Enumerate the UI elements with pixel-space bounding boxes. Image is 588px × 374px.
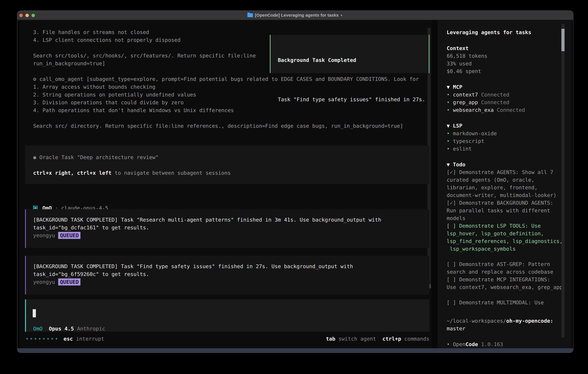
sidebar-session-title: Leveraging agents for tasks — [447, 29, 531, 36]
oracle-task-text: ◉ Oracle Task "Deep architecture review"… — [33, 154, 231, 177]
status-hint-interrupt: esc interrupt — [63, 336, 104, 342]
spinner-dot — [56, 338, 57, 339]
session-state-icon: ◐ — [341, 13, 343, 18]
window-title: [OpenCode] Leveraging agents for tasks ◐ — [247, 13, 343, 18]
zoom-button[interactable] — [32, 14, 35, 17]
sidebar-scrollbar[interactable] — [561, 24, 565, 338]
window-title-text: [OpenCode] Leveraging agents for tasks — [255, 13, 338, 18]
titlebar[interactable]: [OpenCode] Leveraging agents for tasks ◐ — [17, 11, 573, 20]
background-task-message-2[interactable]: [BACKGROUND TASK COMPLETED] Task "Find t… — [25, 256, 430, 294]
background-task-message-2-text: [BACKGROUND TASK COMPLETED] Task "Find t… — [33, 262, 353, 286]
notification-title: Background Task Completed — [278, 56, 425, 64]
app-version: • OpenCode 1.0.163 — [447, 341, 503, 348]
background-task-message-1-text: [BACKGROUND TASK COMPLETED] Task "Resear… — [33, 216, 381, 239]
prompt-input[interactable]: OmO Opus 4.5 Anthropic — [25, 299, 430, 332]
mcp-section[interactable]: ▼ MCP• context7 Connected• grep_app Conn… — [447, 83, 525, 114]
close-button[interactable] — [19, 14, 23, 17]
spinner-dot — [47, 338, 49, 339]
input-model-info: OmO Opus 4.5 Anthropic — [33, 325, 105, 333]
notification-body: Task "Find type safety issues" finished … — [278, 96, 425, 104]
text-cursor — [33, 309, 36, 317]
oracle-task-panel[interactable]: ◉ Oracle Task "Deep architecture review"… — [25, 146, 430, 184]
session-sidebar: Leveraging agents for tasks Context66,51… — [438, 20, 572, 348]
spinner-dot — [43, 338, 44, 339]
background-task-message-1[interactable]: [BACKGROUND TASK COMPLETED] Task "Resear… — [25, 209, 430, 248]
lsp-section[interactable]: ▼ LSP• markdown-oxide• typescript• eslin… — [447, 122, 497, 153]
status-bar: esc interrupt tab switch agent ctrl+p co… — [26, 335, 430, 343]
spinner-dot — [52, 338, 53, 339]
conversation-pane: 3. File handles or streams not closed4. … — [20, 20, 431, 348]
todo-section[interactable]: ▼ Todo[✓] Demonstrate AGENTS: Show all 7… — [447, 161, 563, 306]
spinner-dot — [35, 338, 36, 339]
folder-icon — [247, 13, 253, 17]
app-window: [OpenCode] Leveraging agents for tasks ◐… — [17, 10, 573, 353]
window-bottom-edge — [17, 348, 573, 353]
progress-spinner — [26, 338, 57, 339]
minimize-button[interactable] — [25, 14, 29, 17]
spinner-dot — [39, 338, 40, 339]
workspace-path: ~/local-workspaces/oh-my-opencode:master — [447, 317, 553, 332]
background-task-notification[interactable]: Background Task Completed Task "Find typ… — [270, 35, 430, 73]
context-section: Context66,518 tokens33% used$0.46 spent — [447, 44, 487, 75]
sidebar-scrollbar-thumb[interactable] — [561, 29, 565, 51]
status-hints-right: tab switch agent ctrl+p commands — [326, 336, 430, 342]
window-controls — [19, 14, 35, 17]
spinner-dot — [31, 338, 32, 339]
spinner-dot — [26, 338, 28, 339]
